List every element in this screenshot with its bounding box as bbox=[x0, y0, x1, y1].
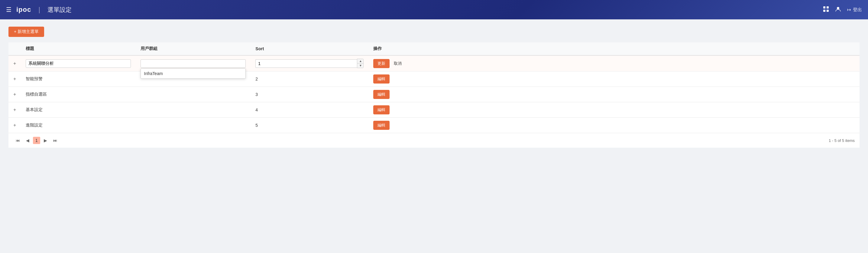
update-button[interactable]: 更新 bbox=[373, 59, 390, 68]
menu-icon[interactable]: ☰ bbox=[6, 6, 11, 13]
menu-table: 標題 用戶群組 Sort 操作 + bbox=[8, 43, 860, 133]
group-dropdown-wrapper: InfraTeam bbox=[141, 59, 246, 68]
row-group-cell: InfraTeam bbox=[136, 55, 251, 72]
title-input[interactable] bbox=[26, 59, 131, 68]
row-expand-cell: + bbox=[8, 118, 21, 133]
pagination: ⏮ ◀ 1 ▶ ⏭ 1 - 5 of 5 items bbox=[8, 133, 860, 148]
table-row: + InfraTeam bbox=[8, 55, 860, 72]
pagination-info: 1 - 5 of 5 items bbox=[829, 138, 855, 143]
row-sort-cell: 3 bbox=[251, 87, 368, 102]
col-group: 用戶群組 bbox=[136, 43, 251, 55]
row-expand-cell: + bbox=[8, 87, 21, 102]
expand-button[interactable]: + bbox=[13, 76, 16, 82]
header-left: ☰ ipoc | 選單設定 bbox=[6, 6, 823, 14]
svg-rect-1 bbox=[827, 6, 829, 8]
grid-icon[interactable] bbox=[823, 6, 829, 13]
edit-button[interactable]: 編輯 bbox=[373, 105, 390, 114]
sort-down-button[interactable]: ▼ bbox=[357, 63, 363, 68]
col-action: 操作 bbox=[368, 43, 860, 55]
table-header: 標題 用戶群組 Sort 操作 bbox=[8, 43, 860, 55]
col-title: 標題 bbox=[21, 43, 136, 55]
row-action-cell: 編輯 bbox=[368, 102, 860, 118]
row-sort-cell: 5 bbox=[251, 118, 368, 133]
main-content: + 新增主選單 標題 用戶群組 Sort 操作 + bbox=[0, 19, 868, 253]
prev-page-button[interactable]: ◀ bbox=[24, 137, 32, 144]
table-row: + 進階設定 5 編輯 bbox=[8, 118, 860, 133]
menu-table-container: 標題 用戶群組 Sort 操作 + bbox=[8, 43, 860, 148]
table-row: + 基本設定 4 編輯 bbox=[8, 102, 860, 118]
sort-input[interactable] bbox=[255, 59, 357, 68]
row-title-cell: 基本設定 bbox=[21, 102, 136, 118]
row-action-cell: 編輯 bbox=[368, 72, 860, 87]
col-sort: Sort bbox=[251, 43, 368, 55]
page-title: 選單設定 bbox=[48, 6, 72, 14]
row-sort-cell: 4 bbox=[251, 102, 368, 118]
svg-point-4 bbox=[837, 7, 839, 9]
table-row: + 智能預警 2 編輯 bbox=[8, 72, 860, 87]
row-title-cell bbox=[21, 55, 136, 72]
add-main-menu-button[interactable]: + 新增主選單 bbox=[8, 27, 44, 37]
edit-button[interactable]: 編輯 bbox=[373, 90, 390, 99]
row-expand-cell: + bbox=[8, 55, 21, 72]
page-1-button[interactable]: 1 bbox=[33, 137, 40, 144]
logout-button[interactable]: ↦ 登出 bbox=[847, 7, 862, 13]
row-expand-cell: + bbox=[8, 72, 21, 87]
user-icon[interactable] bbox=[835, 6, 841, 13]
table-row: + 指標自選區 3 編輯 bbox=[8, 87, 860, 102]
dropdown-item-infrateam[interactable]: InfraTeam bbox=[141, 69, 245, 78]
row-title-cell: 指標自選區 bbox=[21, 87, 136, 102]
row-title-cell: 進階設定 bbox=[21, 118, 136, 133]
row-expand-cell: + bbox=[8, 102, 21, 118]
header-divider: | bbox=[38, 6, 40, 13]
row-group-cell bbox=[136, 87, 251, 102]
page-controls: ⏮ ◀ 1 ▶ ⏭ bbox=[13, 137, 60, 144]
row-sort-cell: 2 bbox=[251, 72, 368, 87]
expand-button[interactable]: + bbox=[13, 122, 16, 128]
row-group-cell bbox=[136, 118, 251, 133]
logout-icon: ↦ bbox=[847, 7, 851, 12]
col-expand bbox=[8, 43, 21, 55]
last-page-button[interactable]: ⏭ bbox=[51, 137, 60, 144]
first-page-button[interactable]: ⏮ bbox=[13, 137, 22, 144]
expand-button[interactable]: + bbox=[13, 61, 16, 66]
expand-button[interactable]: + bbox=[13, 107, 16, 113]
logout-label: 登出 bbox=[853, 7, 862, 13]
edit-button[interactable]: 編輯 bbox=[373, 121, 390, 130]
row-group-cell bbox=[136, 102, 251, 118]
header: ☰ ipoc | 選單設定 ↦ 登出 bbox=[0, 0, 868, 19]
edit-button[interactable]: 編輯 bbox=[373, 75, 390, 84]
svg-rect-0 bbox=[823, 6, 826, 8]
next-page-button[interactable]: ▶ bbox=[41, 137, 50, 144]
row-action-cell: 編輯 bbox=[368, 118, 860, 133]
cancel-button[interactable]: 取消 bbox=[392, 59, 404, 68]
group-dropdown-list: InfraTeam bbox=[141, 68, 246, 79]
row-action-cell: 更新 取消 bbox=[368, 55, 860, 72]
svg-rect-3 bbox=[827, 10, 829, 12]
action-buttons: 更新 取消 bbox=[373, 59, 855, 68]
sort-input-wrapper: ▲ ▼ bbox=[255, 59, 364, 68]
group-dropdown-input[interactable] bbox=[141, 59, 246, 68]
header-right: ↦ 登出 bbox=[823, 6, 862, 13]
row-action-cell: 編輯 bbox=[368, 87, 860, 102]
sort-up-button[interactable]: ▲ bbox=[357, 59, 363, 63]
expand-button[interactable]: + bbox=[13, 92, 16, 97]
svg-rect-2 bbox=[823, 10, 826, 12]
row-title-cell: 智能預警 bbox=[21, 72, 136, 87]
table-body: + InfraTeam bbox=[8, 55, 860, 133]
row-sort-cell: ▲ ▼ bbox=[251, 55, 368, 72]
brand-logo: ipoc bbox=[16, 6, 31, 13]
sort-stepper: ▲ ▼ bbox=[357, 59, 364, 68]
